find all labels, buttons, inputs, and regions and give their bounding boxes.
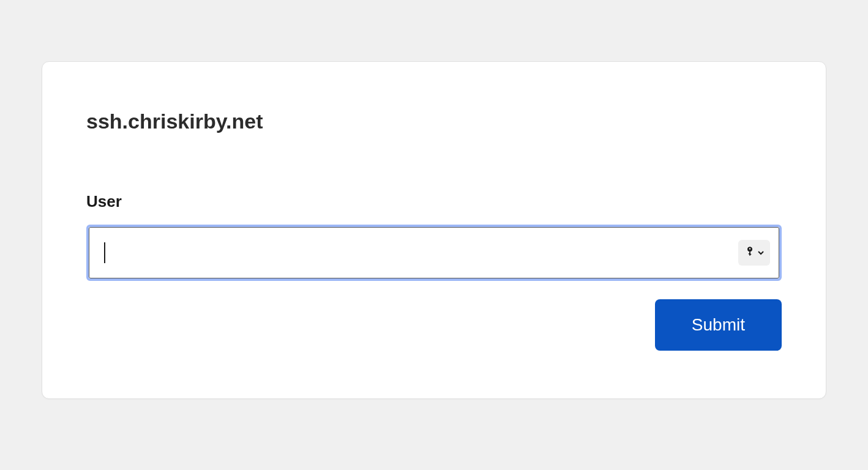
user-input[interactable] [105,228,738,278]
user-input-container [89,227,779,278]
svg-point-1 [749,248,750,249]
form-actions: Submit [86,299,782,351]
credential-picker-button[interactable] [738,240,770,266]
chevron-down-icon [758,247,764,258]
submit-button[interactable]: Submit [655,299,782,351]
svg-rect-3 [749,254,751,255]
page-title: ssh.chriskirby.net [86,110,782,133]
user-input-focus-ring [86,225,782,281]
key-icon [744,245,755,261]
login-card: ssh.chriskirby.net User Submit [42,61,826,399]
svg-rect-2 [749,251,750,256]
user-label: User [86,192,782,211]
